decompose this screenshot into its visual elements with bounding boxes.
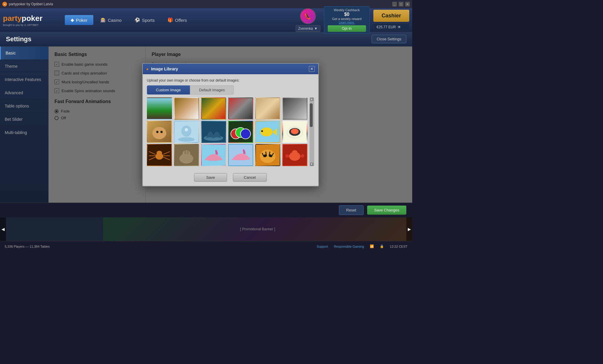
svg-rect-34	[187, 150, 188, 154]
cashback-amount: $0	[328, 12, 366, 17]
modal-tabs: Custom Image Default Images	[147, 85, 314, 95]
image-library-modal: ● Image Library ✕ Upload your own image …	[142, 63, 319, 186]
svg-point-20	[291, 128, 299, 134]
lock-icon: 🔒	[380, 244, 384, 248]
offers-icon: 🎁	[168, 17, 173, 23]
svg-point-43	[264, 154, 266, 157]
close-button[interactable]: ✕	[405, 2, 410, 6]
modal-tab-custom[interactable]: Custom Image	[147, 85, 190, 95]
image-cell-sushi[interactable]	[282, 121, 307, 143]
sidebar-item-theme[interactable]: Theme	[0, 60, 48, 73]
svg-point-3	[160, 131, 163, 133]
sidebar-item-bet-slider[interactable]: Bet Slider	[0, 113, 48, 126]
image-cell-dog[interactable]	[174, 97, 199, 120]
app-title: partypoker by Optibet Latvia	[9, 2, 53, 6]
modal-overlay: ● Image Library ✕ Upload your own image …	[49, 47, 412, 203]
nav-tab-poker[interactable]: ◆ Poker	[65, 15, 93, 25]
settings-sidebar: Basic Theme Interactive Features Advance…	[0, 47, 49, 203]
image-cell-flag-cards[interactable]	[201, 97, 226, 120]
image-cell-fish[interactable]	[255, 121, 280, 143]
learn-more-link[interactable]: Learn more.	[339, 21, 355, 24]
image-cell-tiger[interactable]	[255, 144, 280, 166]
svg-point-32	[182, 150, 190, 157]
logo-sub: brought to you by ⊙ OPTIBET	[3, 24, 39, 27]
statusbar-right: Support Responsible Gaming 📶 🔒 12:22 CES…	[317, 244, 407, 248]
image-grid	[147, 97, 309, 166]
nav-tab-casino[interactable]: 🎰 Casino	[95, 15, 127, 25]
modal-save-button[interactable]: Save	[194, 173, 227, 182]
image-cell-water[interactable]	[174, 121, 199, 143]
modal-tab-default[interactable]: Default Images	[190, 85, 234, 95]
svg-point-13	[241, 129, 251, 139]
scroll-up-button[interactable]: ▲	[310, 97, 314, 101]
image-cell-spider[interactable]	[147, 144, 172, 166]
app-icon: ♠	[2, 2, 7, 6]
image-cell-hat[interactable]	[255, 97, 280, 120]
nav-right: 👠 Zverenka ▼ Weekly Cashback $0 Get a we…	[296, 6, 409, 34]
settings-content: Basic Settings Enable basic game sounds …	[49, 47, 412, 203]
responsible-gaming-link[interactable]: Responsible Gaming	[334, 245, 364, 248]
statusbar: 5,336 Players — 11,384 Tables Support Re…	[0, 241, 412, 250]
nav-tab-sports[interactable]: ⚽ Sports	[129, 15, 160, 25]
modal-close-button[interactable]: ✕	[309, 66, 315, 72]
svg-point-15	[260, 127, 273, 136]
avatar[interactable]: 👠	[300, 8, 316, 24]
svg-point-38	[260, 150, 275, 163]
casino-icon: 🎰	[100, 17, 106, 23]
minimize-button[interactable]: _	[392, 2, 397, 6]
modal-cancel-button[interactable]: Cancel	[233, 173, 266, 182]
image-cell-cat[interactable]	[147, 121, 172, 143]
image-cell-chips[interactable]	[228, 121, 253, 143]
svg-point-6	[185, 128, 188, 131]
scroll-down-button[interactable]: ▼	[310, 163, 314, 166]
username-selector[interactable]: Zverenka ▼	[296, 25, 320, 32]
avatar-area: 👠 Zverenka ▼	[296, 8, 320, 32]
image-cell-heel-selected[interactable]	[228, 144, 253, 166]
svg-point-1	[152, 127, 166, 139]
nav-tab-offers[interactable]: 🎁 Offers	[162, 15, 193, 25]
svg-rect-33	[184, 150, 186, 154]
svg-point-7	[178, 137, 195, 141]
modal-body: Upload your own image or choose from our…	[143, 74, 318, 170]
banner-next-button[interactable]: ▶	[406, 217, 412, 241]
banner-text: [ Promotional Banner ]	[240, 227, 275, 231]
cashback-box: Weekly Cashback $0 Get a weekly reward L…	[324, 6, 370, 34]
optin-button[interactable]: Opt-In	[328, 25, 366, 32]
banner-prev-button[interactable]: ◀	[0, 217, 6, 241]
top-navigation: partypoker brought to you by ⊙ OPTIBET ◆…	[0, 8, 412, 32]
dropdown-arrow-icon: ▼	[314, 27, 318, 31]
sidebar-item-table-options[interactable]: Table options	[0, 100, 48, 113]
banner-area: [ Promotional Banner ] ◀ ▶	[0, 217, 412, 241]
save-changes-button[interactable]: Save Changes	[367, 206, 406, 215]
image-cell-whale-tail[interactable]	[201, 121, 226, 143]
clock-time: 12:22 CEST	[390, 245, 407, 248]
poker-icon: ◆	[71, 17, 74, 23]
cashier-button[interactable]: Cashier	[373, 10, 409, 22]
maximize-button[interactable]: □	[399, 2, 403, 6]
balance-amount: €25.77 EUR	[377, 25, 396, 29]
image-cell-car[interactable]	[228, 97, 253, 120]
image-cell-motorcycle[interactable]	[282, 97, 307, 120]
svg-point-47	[292, 150, 297, 154]
svg-point-2	[156, 131, 158, 133]
image-cell-lobster[interactable]	[282, 144, 307, 166]
nav-tabs: ◆ Poker 🎰 Casino ⚽ Sports 🎁 Offers	[65, 15, 193, 25]
sidebar-item-multi-tabling[interactable]: Multi-tabling	[0, 126, 48, 139]
reset-button[interactable]: Reset	[339, 205, 364, 215]
sidebar-item-advanced[interactable]: Advanced	[0, 86, 48, 100]
sidebar-item-interactive[interactable]: Interactive Features	[0, 73, 48, 86]
modal-header: ● Image Library ✕	[143, 64, 318, 74]
close-settings-button[interactable]: Close Settings	[372, 35, 406, 43]
image-cell-tree[interactable]	[147, 97, 172, 120]
banner-left-placeholder	[0, 217, 103, 241]
modal-scrollbar: ▲ ▼	[309, 97, 314, 166]
support-link[interactable]: Support	[317, 245, 328, 248]
image-grid-wrapper: ▲ ▼	[147, 97, 314, 166]
logo: partypoker brought to you by ⊙ OPTIBET	[3, 14, 62, 27]
settings-main: Basic Theme Interactive Features Advance…	[0, 47, 412, 203]
sidebar-item-basic[interactable]: Basic	[0, 47, 48, 60]
sports-icon: ⚽	[135, 17, 140, 23]
image-cell-donkey[interactable]	[174, 144, 199, 166]
image-cell-shoe[interactable]	[201, 144, 226, 166]
scroll-thumb[interactable]	[310, 103, 313, 127]
